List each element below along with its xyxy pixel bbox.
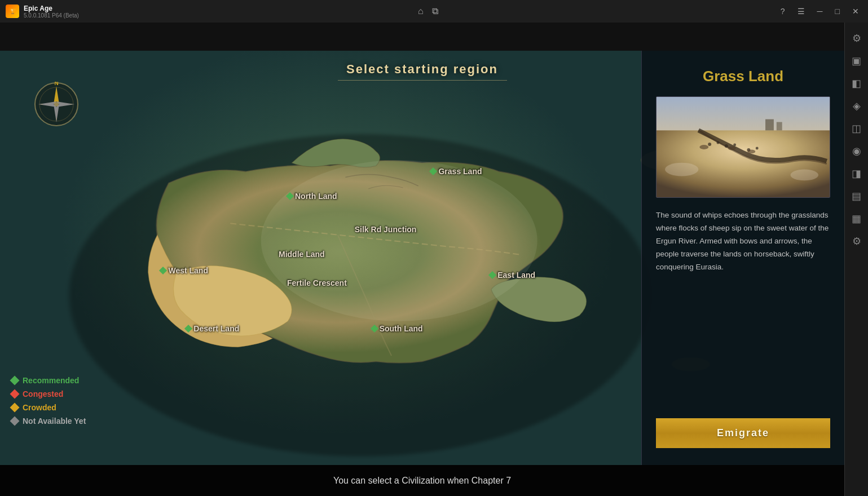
region-north-land[interactable]: North Land: [287, 192, 337, 201]
desert-land-dot: [184, 325, 192, 333]
legend-recommended: Recommended: [11, 376, 86, 385]
sidebar-icon-5[interactable]: ◫: [847, 118, 867, 139]
east-land-label: East Land: [497, 271, 535, 280]
grass-land-label: Grass Land: [438, 167, 482, 176]
north-land-label: North Land: [295, 192, 337, 201]
bottom-bar: You can select a Civilization when Chapt…: [0, 465, 844, 496]
legend-recommended-icon: [10, 376, 20, 386]
legend-congested-label: Congested: [23, 389, 63, 398]
close-button[interactable]: ✕: [849, 6, 862, 17]
app-title: Epic Age: [24, 5, 79, 12]
west-land-label: West Land: [168, 266, 208, 275]
minimize-button[interactable]: ─: [814, 6, 826, 17]
svg-point-22: [725, 144, 728, 148]
region-image: [656, 96, 830, 198]
restore-button[interactable]: □: [832, 6, 843, 17]
app-version: 5.0.0.1081 P64 (Beta): [24, 12, 79, 19]
south-land-label: South Land: [380, 324, 423, 333]
fertile-crescent-label: Fertile Crescent: [287, 278, 347, 287]
legend-not-available: Not Available Yet: [11, 417, 86, 426]
svg-point-25: [756, 147, 759, 150]
bottom-message: You can select a Civilization when Chapt…: [333, 476, 511, 486]
svg-point-28: [747, 149, 755, 153]
sidebar-icon-8[interactable]: ▤: [847, 186, 867, 206]
region-image-inner: [656, 97, 830, 197]
titlebar: 🏆 Epic Age 5.0.0.1081 P64 (Beta) ⌂ ⧉ ? ☰…: [0, 0, 868, 23]
right-sidebar: ⚙ ▣ ◧ ◈ ◫ ◉ ◨ ▤ ▦ ⚙: [844, 23, 868, 496]
region-silk-rd[interactable]: Silk Rd Junction: [355, 225, 417, 234]
help-button[interactable]: ?: [777, 6, 788, 17]
svg-point-27: [728, 147, 736, 150]
svg-point-26: [699, 145, 708, 149]
svg-point-20: [708, 143, 711, 146]
compass-svg: N: [34, 82, 79, 127]
legend-not-available-label: Not Available Yet: [23, 417, 86, 426]
desert-land-label: Desert Land: [193, 324, 239, 333]
legend: Recommended Congested Crowded Not Availa…: [11, 376, 86, 426]
svg-point-29: [665, 163, 698, 176]
svg-rect-19: [777, 122, 782, 131]
legend-crowded-label: Crowded: [23, 403, 56, 412]
game-area: Select starting region N: [0, 51, 844, 465]
svg-point-30: [791, 170, 818, 181]
sidebar-icon-6[interactable]: ◉: [847, 141, 867, 161]
region-south-land[interactable]: South Land: [372, 324, 423, 333]
region-middle-land[interactable]: Middle Land: [279, 250, 325, 259]
north-land-dot: [286, 192, 294, 200]
home-icon[interactable]: ⌂: [418, 6, 424, 16]
right-panel: Grass Land: [641, 51, 844, 465]
west-land-dot: [159, 267, 167, 274]
titlebar-controls: ⌂ ⧉: [418, 6, 438, 16]
titlebar-left: 🏆 Epic Age 5.0.0.1081 P64 (Beta): [6, 5, 79, 19]
menu-button[interactable]: ☰: [794, 6, 808, 17]
sidebar-icon-9[interactable]: ▦: [847, 209, 867, 229]
region-fertile-crescent[interactable]: Fertile Crescent: [287, 278, 347, 287]
middle-land-label: Middle Land: [279, 250, 325, 259]
legend-crowded-icon: [10, 403, 20, 413]
region-title: Grass Land: [656, 68, 830, 85]
legend-recommended-label: Recommended: [23, 376, 79, 385]
sidebar-icon-10[interactable]: ⚙: [847, 231, 867, 251]
svg-point-3: [261, 160, 537, 321]
east-land-dot: [488, 271, 496, 278]
svg-rect-18: [765, 119, 774, 131]
compass: N: [34, 82, 79, 127]
region-grass-land[interactable]: Grass Land: [430, 167, 482, 176]
map-container: Select starting region N: [0, 51, 844, 465]
svg-point-11: [54, 102, 59, 107]
legend-not-available-icon: [10, 417, 20, 426]
svg-point-21: [717, 141, 720, 144]
sidebar-icon-3[interactable]: ◧: [847, 73, 867, 94]
region-description: The sound of whips echoes through the gr…: [656, 209, 830, 274]
map-title: Select starting region: [346, 62, 498, 77]
emigrate-button[interactable]: Emigrate: [656, 418, 830, 448]
titlebar-window-controls: ? ☰ ─ □ ✕: [777, 6, 862, 17]
silk-rd-label: Silk Rd Junction: [355, 225, 417, 234]
region-west-land[interactable]: West Land: [160, 266, 208, 275]
sidebar-icon-7[interactable]: ◨: [847, 163, 867, 184]
svg-text:N: N: [54, 82, 58, 86]
copy-icon[interactable]: ⧉: [432, 6, 438, 16]
svg-point-23: [733, 144, 736, 147]
legend-congested-icon: [10, 389, 20, 399]
map-title-underline: [338, 80, 507, 81]
grass-land-dot: [429, 167, 437, 175]
top-toolbar: [0, 23, 844, 51]
region-desert-land[interactable]: Desert Land: [186, 324, 239, 333]
app-icon: 🏆: [6, 5, 19, 18]
south-land-dot: [371, 325, 378, 333]
region-east-land[interactable]: East Land: [490, 271, 535, 280]
sidebar-icon-1[interactable]: ⚙: [847, 28, 867, 48]
sidebar-icon-4[interactable]: ◈: [847, 96, 867, 116]
legend-congested: Congested: [11, 389, 86, 398]
legend-crowded: Crowded: [11, 403, 86, 412]
sidebar-icon-2[interactable]: ▣: [847, 51, 867, 71]
